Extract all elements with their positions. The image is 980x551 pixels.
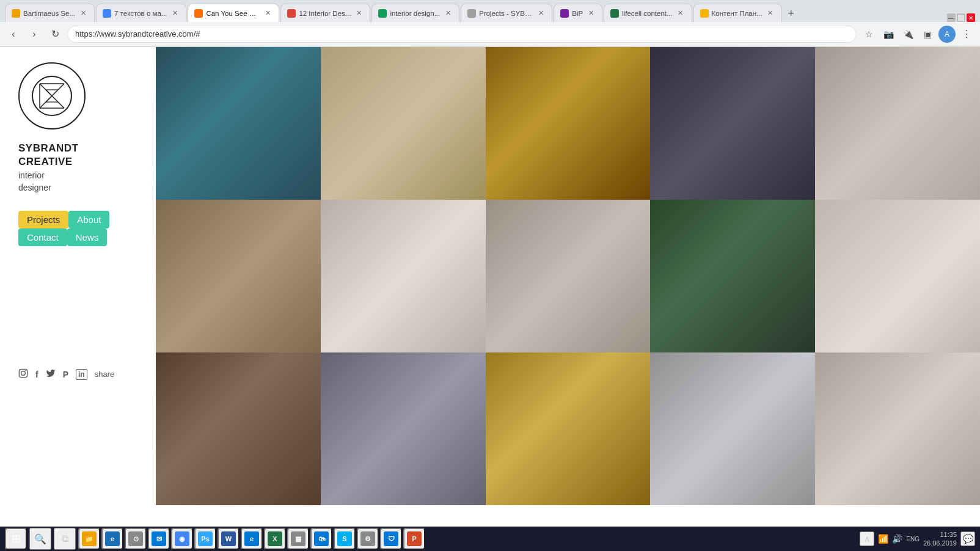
- tab-label: Can You See M...: [206, 10, 260, 17]
- browser-tab-tab-5[interactable]: interior design...✕: [371, 4, 459, 22]
- grid-item-grid-14[interactable]: [650, 352, 815, 505]
- minimize-button[interactable]: —: [947, 13, 956, 22]
- taskbar-app-powerpoint[interactable]: P: [403, 528, 425, 550]
- nav-item-news[interactable]: News: [67, 228, 108, 246]
- twitter-icon[interactable]: [46, 368, 56, 380]
- framer-button[interactable]: ▣: [919, 26, 936, 43]
- screenshot-button[interactable]: 📷: [880, 26, 897, 43]
- taskbar-app-edge[interactable]: e: [241, 528, 263, 550]
- tab-label: 12 Interior Des...: [299, 10, 351, 17]
- grid-item-grid-11[interactable]: [156, 352, 321, 505]
- taskbar-app-icon-explorer: 📁: [82, 531, 97, 546]
- grid-item-grid-5[interactable]: [815, 47, 980, 200]
- instagram-icon[interactable]: [18, 368, 28, 380]
- browser-tab-tab-9[interactable]: Контент План...✕: [693, 4, 782, 22]
- linkedin-icon[interactable]: in: [76, 369, 87, 380]
- lang-label: ENG: [906, 536, 920, 542]
- more-button[interactable]: ⋮: [958, 26, 975, 43]
- profile-button[interactable]: A: [938, 26, 956, 43]
- browser-tab-tab-8[interactable]: lifecell content...✕: [604, 4, 692, 22]
- tab-close-button[interactable]: ✕: [586, 9, 596, 18]
- taskbar-app-explorer[interactable]: 📁: [78, 528, 100, 550]
- taskbar-app-calc[interactable]: ▦: [287, 528, 309, 550]
- browser-tab-tab-7[interactable]: BiP✕: [554, 4, 602, 22]
- grid-item-image: [815, 200, 980, 352]
- taskbar-app-chrome[interactable]: ◉: [171, 528, 193, 550]
- tab-close-button[interactable]: ✕: [263, 9, 272, 18]
- taskbar-app-icon-edge: e: [244, 531, 259, 546]
- grid-item-grid-15[interactable]: [815, 352, 980, 505]
- svg-rect-20: [650, 352, 815, 505]
- page-content: SYBRANDT CREATIVE interior designer Proj…: [0, 47, 980, 505]
- taskbar-app-outlook[interactable]: ✉: [148, 528, 170, 550]
- task-view-button[interactable]: ⧉: [54, 528, 76, 550]
- nav-item-about[interactable]: About: [68, 211, 109, 228]
- tab-close-button[interactable]: ✕: [78, 9, 88, 18]
- taskbar-app-settings[interactable]: ⚙: [357, 528, 379, 550]
- browser-tab-tab-3[interactable]: Can You See M...✕: [188, 4, 279, 22]
- svg-rect-21: [815, 352, 980, 505]
- taskbar-app-icon-defender: 🛡: [384, 531, 398, 546]
- taskbar-app-ie[interactable]: e: [101, 528, 123, 550]
- show-hidden-icons[interactable]: ∧: [860, 531, 874, 546]
- grid-item-grid-9[interactable]: [650, 200, 815, 352]
- svg-rect-9: [486, 47, 651, 200]
- grid-item-grid-4[interactable]: [650, 47, 815, 200]
- tab-close-button[interactable]: ✕: [676, 9, 686, 18]
- grid-item-image: [486, 47, 651, 200]
- svg-rect-11: [815, 47, 980, 200]
- tab-close-button[interactable]: ✕: [766, 9, 775, 18]
- nav-item-contact[interactable]: Contact: [18, 228, 67, 246]
- nav-item-projects[interactable]: Projects: [18, 211, 68, 228]
- taskbar-app-icon-word: W: [221, 531, 236, 546]
- back-button[interactable]: ‹: [5, 26, 22, 43]
- grid-item-grid-1[interactable]: [156, 47, 321, 200]
- forward-button[interactable]: ›: [26, 26, 43, 43]
- browser-tab-tab-2[interactable]: 7 текстов о ма...✕: [96, 4, 186, 22]
- grid-item-grid-7[interactable]: [321, 200, 486, 352]
- tab-close-button[interactable]: ✕: [443, 9, 453, 18]
- facebook-icon[interactable]: f: [35, 370, 38, 379]
- taskbar-app-skype[interactable]: S: [334, 528, 356, 550]
- taskbar-app-defender[interactable]: 🛡: [380, 528, 402, 550]
- grid-item-grid-2[interactable]: [321, 47, 486, 200]
- taskbar-app-icon-settings: ⚙: [360, 531, 375, 546]
- maximize-button[interactable]: ⬜: [957, 13, 965, 22]
- browser-tab-tab-4[interactable]: 12 Interior Des...✕: [280, 4, 370, 22]
- address-input[interactable]: [67, 26, 857, 43]
- tab-close-button[interactable]: ✕: [536, 9, 546, 18]
- tab-label: lifecell content...: [622, 10, 672, 17]
- svg-rect-7: [156, 47, 321, 200]
- taskbar-app-excel[interactable]: X: [264, 528, 286, 550]
- pinterest-icon[interactable]: P: [63, 370, 68, 379]
- taskbar-app-store[interactable]: 🛍: [310, 528, 332, 550]
- grid-item-image: [321, 200, 486, 352]
- taskbar-app-cortana[interactable]: ⊙: [125, 528, 147, 550]
- taskbar-app-photoshop[interactable]: Ps: [194, 528, 216, 550]
- grid-item-grid-8[interactable]: [486, 200, 651, 352]
- tab-close-button[interactable]: ✕: [354, 9, 364, 18]
- grid-item-grid-3[interactable]: [486, 47, 651, 200]
- svg-rect-10: [650, 47, 815, 200]
- grid-item-grid-10[interactable]: [815, 200, 980, 352]
- grid-item-grid-6[interactable]: [156, 200, 321, 352]
- room-svg: [815, 200, 980, 352]
- notification-button[interactable]: 💬: [960, 531, 975, 546]
- share-text[interactable]: share: [95, 370, 115, 379]
- new-tab-button[interactable]: +: [783, 5, 800, 22]
- extension-button[interactable]: 🔌: [899, 26, 916, 43]
- start-button[interactable]: ⊞: [5, 528, 27, 550]
- grid-item-grid-13[interactable]: [486, 352, 651, 505]
- browser-tab-tab-1[interactable]: Bartimaeus Se...✕: [5, 4, 95, 22]
- browser-tab-tab-6[interactable]: Projects - SYBR...✕: [461, 4, 552, 22]
- close-button[interactable]: ✕: [967, 13, 975, 22]
- tab-close-button[interactable]: ✕: [170, 9, 180, 18]
- grid-item-grid-12[interactable]: [321, 352, 486, 505]
- bookmark-button[interactable]: ☆: [860, 26, 877, 43]
- room-svg: [321, 200, 486, 352]
- svg-rect-17: [156, 352, 321, 505]
- reload-button[interactable]: ↻: [46, 26, 64, 43]
- search-button[interactable]: 🔍: [29, 528, 51, 550]
- taskbar-app-word[interactable]: W: [218, 528, 240, 550]
- room-svg: [815, 47, 980, 200]
